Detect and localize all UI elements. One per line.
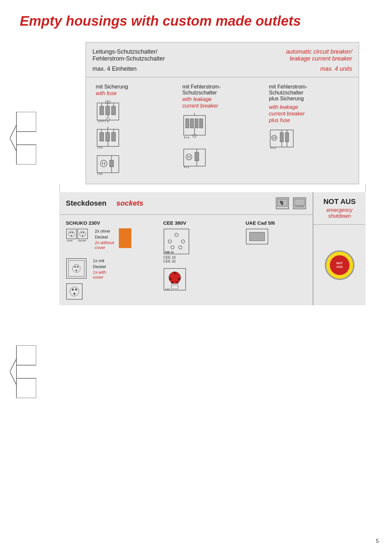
svg-point-110 [176, 282, 178, 284]
not-aus-header: NOT AUS emergency shutdown [313, 192, 366, 225]
svg-rect-25 [112, 133, 116, 141]
svg-point-88 [74, 266, 76, 268]
col1-title-english: with fuse [96, 90, 117, 96]
svg-rect-42 [190, 119, 194, 128]
sockets-header: Steckdosen sockets [59, 192, 313, 215]
svg-text:ohne: ohne [67, 239, 73, 242]
header-english-line1: automatic circuit breaker/ [286, 48, 352, 55]
schuko-no-cover-german: 2x ohneDeckel [95, 228, 114, 240]
header-left: Leitungs-Schutzschalter/ Fehlerstrom-Sch… [92, 48, 165, 72]
svg-marker-6 [10, 359, 16, 385]
header-english-line2: leakage current breaker [286, 55, 352, 62]
svg-rect-73 [66, 229, 76, 239]
not-aus-german: NOT AUS [317, 197, 362, 206]
svg-point-109 [171, 282, 173, 284]
svg-rect-60 [280, 133, 283, 142]
col1-title-german: mit Sicherung [96, 84, 128, 90]
svg-rect-61 [285, 133, 289, 142]
svg-text:LS1: LS1 [97, 172, 103, 175]
col3-title-english-2: current breaker [269, 111, 305, 117]
schuko-cover-german: 1x mitDeckel [93, 258, 106, 270]
svg-marker-2 [10, 125, 16, 151]
sockets-title-german: Steckdosen [66, 199, 107, 208]
uae-symbol [246, 228, 269, 245]
svg-text:FI-4: FI-4 [184, 136, 189, 139]
not-aus-content: NOT AUS [313, 225, 366, 305]
svg-point-82 [83, 232, 84, 233]
symbol-fi2-fuse: FI-2 [269, 127, 295, 150]
col3-title-english-3: plus fuse [269, 117, 290, 123]
orange-cover-indicator [119, 228, 131, 248]
page-container: Empty housings with custom made outlets … [0, 0, 392, 554]
svg-rect-35 [110, 160, 114, 167]
header-max-german: max. 4 Einheiten [92, 65, 165, 72]
page-number: 5 [376, 538, 379, 544]
computer-socket-icon [293, 197, 306, 209]
svg-text:FI-2: FI-2 [271, 146, 276, 150]
emergency-stop-inner: NOT AUS [330, 255, 350, 275]
svg-point-75 [70, 232, 71, 233]
col3-title-german-1: mit Fehlerstrom- [269, 84, 307, 90]
svg-point-95 [73, 293, 75, 295]
lower-section: Steckdosen sockets [59, 192, 366, 305]
svg-text:LS3: LS3 [97, 146, 103, 149]
svg-rect-52 [195, 152, 199, 161]
symbol-ls3plus1: LS3+1 [96, 100, 120, 123]
schuko-group: SCHUKO 230V ohne [66, 220, 157, 300]
svg-rect-111 [171, 285, 178, 289]
col3-title-german-2: Schutzschalter [269, 90, 303, 96]
not-aus-panel: NOT AUS emergency shutdown NOT AUS [313, 192, 366, 305]
col3-title-german-3: plus Sicherung [269, 96, 304, 102]
header-german-line1: Leitungs-Schutzschalter/ [92, 48, 165, 55]
schuko-title: SCHUKO 230V [66, 220, 157, 226]
svg-rect-44 [199, 119, 203, 128]
symbol-ls3: LS3 [96, 127, 120, 149]
svg-rect-79 [78, 229, 88, 239]
emergency-stop-button[interactable]: NOT AUS [325, 250, 354, 280]
page-title: Empty housings with custom made outlets [20, 13, 372, 29]
col2-title-german-2: Schutzschalter [182, 90, 217, 96]
svg-point-107 [170, 278, 171, 280]
header-right: automatic circuit breaker/ leakage curre… [286, 48, 352, 72]
upper-panel: Leitungs-Schutzschalter/ Fehlerstrom-Sch… [86, 42, 359, 184]
schuko-with-cover-symbol [66, 258, 87, 279]
svg-rect-70 [295, 199, 304, 206]
schuko-row-cover: 1x mitDeckel 1x withcover [66, 258, 157, 280]
svg-point-77 [71, 235, 72, 236]
svg-rect-114 [249, 232, 265, 241]
socket-icons [276, 197, 306, 209]
svg-rect-13 [112, 106, 116, 115]
svg-rect-91 [66, 284, 82, 299]
col3-title-english-1: with leakage [269, 104, 298, 110]
svg-marker-1 [16, 145, 36, 164]
svg-text:CEE 16: CEE 16 [165, 251, 174, 254]
cee-title: CEE 380V [163, 220, 239, 226]
svg-rect-11 [100, 106, 104, 115]
svg-rect-24 [106, 133, 110, 141]
cee-round-symbol: CEE [163, 268, 186, 291]
svg-rect-48 [184, 149, 205, 166]
svg-point-76 [72, 232, 73, 233]
schuko-cover-desc: 1x mitDeckel 1x withcover [93, 258, 106, 280]
svg-rect-96 [164, 229, 189, 254]
col2-title-german-1: mit Fehlerstrom- [182, 84, 221, 90]
svg-text:FI-2: FI-2 [184, 165, 189, 169]
svg-point-94 [75, 289, 77, 290]
svg-point-83 [82, 235, 83, 236]
svg-rect-12 [106, 106, 110, 115]
svg-marker-4 [16, 345, 36, 365]
not-aus-english: emergency shutdown [317, 207, 362, 219]
svg-point-90 [76, 270, 77, 271]
col-fuse: mit Sicherung with fuse [92, 84, 179, 177]
cee-group: CEE 380V CEE 16 CEE 16 [163, 220, 239, 300]
schuko-no-cover-symbol: ohne Deckel [66, 228, 89, 251]
uae-group: UAE Cad 5/6 [246, 220, 306, 300]
sockets-area: Steckdosen sockets [59, 192, 313, 305]
schuko-row-no-cover: ohne Deckel 2x ohneDeckel [66, 228, 157, 251]
svg-marker-5 [16, 378, 36, 398]
col2-title-english-1: with leakage [182, 96, 212, 102]
header-max-english: max. 4 units [286, 65, 352, 72]
col-leakage: mit Fehlerstrom- Schutzschalter with lea… [179, 84, 266, 177]
left-arrow-bottom [10, 345, 36, 398]
svg-point-93 [72, 289, 74, 290]
